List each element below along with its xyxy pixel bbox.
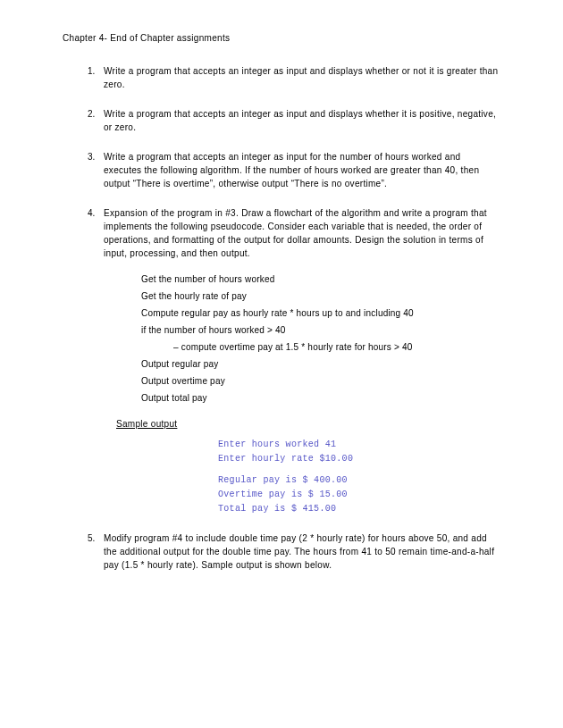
pseudocode-line: Compute regular pay as hourly rate * hou… bbox=[141, 306, 500, 320]
pseudocode-line: if the number of hours worked > 40 bbox=[141, 323, 500, 337]
item-text: Modify program #4 to include double time… bbox=[104, 533, 494, 570]
pseudocode-line: Get the number of hours worked bbox=[141, 272, 500, 286]
pseudocode-line: – compute overtime pay at 1.5 * hourly r… bbox=[141, 340, 500, 354]
sample-output-line: Enter hours worked 41 bbox=[218, 438, 500, 451]
sample-output-heading: Sample output bbox=[116, 417, 500, 431]
pseudocode-line: Output overtime pay bbox=[141, 374, 500, 388]
assignment-list: 1. Write a program that accepts an integ… bbox=[63, 64, 500, 572]
sample-output-line: Total pay is $ 415.00 bbox=[218, 502, 500, 515]
list-item: 1. Write a program that accepts an integ… bbox=[88, 64, 500, 91]
item-text: Write a program that accepts an integer … bbox=[104, 66, 498, 89]
item-number: 4. bbox=[88, 206, 95, 220]
list-item: 3. Write a program that accepts an integ… bbox=[88, 150, 500, 190]
pseudocode-line: Get the hourly rate of pay bbox=[141, 289, 500, 303]
item-number: 2. bbox=[88, 107, 95, 121]
item-text: Write a program that accepts an integer … bbox=[104, 109, 496, 132]
list-item: 2. Write a program that accepts an integ… bbox=[88, 107, 500, 134]
sample-output-line: Overtime pay is $ 15.00 bbox=[218, 488, 500, 501]
item-number: 1. bbox=[88, 64, 95, 78]
pseudocode-block: Get the number of hours worked Get the h… bbox=[141, 272, 500, 405]
item-number: 5. bbox=[88, 531, 95, 545]
pseudocode-line: Output total pay bbox=[141, 391, 500, 405]
sample-output-line: Regular pay is $ 400.00 bbox=[218, 473, 500, 487]
item-text: Write a program that accepts an integer … bbox=[104, 152, 479, 188]
sample-output-line: Enter hourly rate $10.00 bbox=[218, 452, 500, 465]
list-item: 5. Modify program #4 to include double t… bbox=[88, 531, 500, 572]
page-title: Chapter 4- End of Chapter assignments bbox=[63, 31, 500, 45]
pseudocode-line: Output regular pay bbox=[141, 357, 500, 371]
sample-output-block: Enter hours worked 41 Enter hourly rate … bbox=[218, 438, 500, 515]
list-item: 4. Expansion of the program in #3. Draw … bbox=[88, 206, 500, 515]
item-text: Expansion of the program in #3. Draw a f… bbox=[104, 208, 487, 258]
item-number: 3. bbox=[88, 150, 95, 163]
